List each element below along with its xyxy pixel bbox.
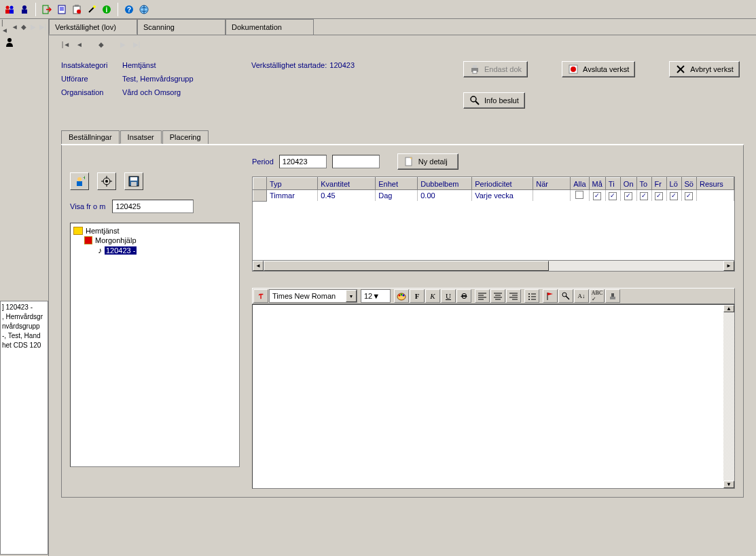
- checkbox-on[interactable]: ✓: [624, 192, 632, 200]
- chevron-down-icon[interactable]: ▼: [372, 292, 380, 300]
- checkbox-to[interactable]: ✓: [640, 192, 648, 200]
- record-first-icon[interactable]: |◄: [61, 39, 71, 49]
- avbryt-verkst-button[interactable]: Avbryt verkst: [669, 61, 739, 77]
- world-icon[interactable]: [137, 3, 151, 16]
- checkbox-ti[interactable]: ✓: [609, 192, 617, 200]
- tree-root[interactable]: Hemtjänst: [86, 227, 120, 235]
- tree-child[interactable]: Morgonhjälp: [95, 236, 137, 244]
- align-left-icon[interactable]: [475, 289, 490, 303]
- list-item[interactable]: nvårdsgrupp: [2, 322, 46, 331]
- wand-icon[interactable]: [85, 3, 98, 16]
- col-periodicitet[interactable]: Periodicitet: [472, 178, 533, 190]
- col-nar[interactable]: När: [533, 178, 571, 190]
- align-right-icon[interactable]: [506, 289, 521, 303]
- cell-typ[interactable]: Timmar: [267, 190, 318, 202]
- grid-corner[interactable]: [253, 178, 267, 190]
- col-ti[interactable]: Ti: [605, 178, 620, 190]
- record-prev-icon[interactable]: ◄: [75, 39, 84, 49]
- chevron-down-icon[interactable]: ▼: [346, 290, 357, 302]
- col-dubbelbem[interactable]: Dubbelbem: [418, 178, 472, 190]
- col-lo[interactable]: Lö: [666, 178, 681, 190]
- tab-dokumentation[interactable]: Dokumentation: [226, 19, 314, 35]
- clipboard-icon[interactable]: [70, 3, 84, 16]
- editor-vscrollbar[interactable]: ▲ ▼: [723, 305, 734, 488]
- nav-next-icon[interactable]: ▶: [29, 22, 37, 31]
- save-button[interactable]: [124, 172, 143, 190]
- font-type-icon[interactable]: Ƭ: [253, 289, 268, 303]
- scroll-up-icon[interactable]: ▲: [723, 305, 734, 312]
- user-silhouette-icon[interactable]: [3, 35, 16, 49]
- list-item[interactable]: , Hemvårdsgr: [2, 312, 46, 322]
- checkbox-so[interactable]: ✓: [685, 192, 693, 200]
- bullet-list-icon[interactable]: [524, 289, 539, 303]
- align-center-icon[interactable]: [490, 289, 505, 303]
- col-to[interactable]: To: [636, 178, 651, 190]
- help-icon[interactable]: ?: [122, 3, 136, 16]
- record-diamond-icon[interactable]: ◆: [96, 39, 106, 49]
- tree-view[interactable]: Hemtjänst Morgonhjälp ♪ 120423 -: [70, 223, 240, 467]
- bold-button[interactable]: F: [410, 289, 425, 303]
- tab-scanning[interactable]: Scanning: [137, 19, 226, 35]
- col-resurs[interactable]: Resurs: [697, 178, 734, 190]
- stamp-icon[interactable]: [605, 289, 620, 303]
- italic-button[interactable]: K: [425, 289, 440, 303]
- phrase-icon[interactable]: A↓: [574, 289, 589, 303]
- tab-insatser[interactable]: Insatser: [120, 130, 162, 144]
- scroll-right-icon[interactable]: ►: [723, 261, 734, 271]
- grid-row[interactable]: Timmar 0.45 Dag 0.00 Varje vecka ✓ ✓: [253, 190, 734, 202]
- cell-nar[interactable]: [533, 190, 571, 202]
- checkbox-ma[interactable]: ✓: [593, 192, 601, 200]
- scroll-down-icon[interactable]: ▼: [723, 481, 734, 488]
- tab-verkstallighet[interactable]: Verkställighet (lov): [49, 19, 137, 35]
- scroll-left-icon[interactable]: ◄: [253, 261, 264, 271]
- scroll-thumb[interactable]: [264, 261, 549, 271]
- font-select[interactable]: Times New Roman ▼: [269, 289, 357, 303]
- page-icon[interactable]: [55, 3, 69, 16]
- flag-icon[interactable]: [543, 289, 558, 303]
- nav-first-icon[interactable]: |◄: [1, 22, 10, 31]
- nav-last-icon[interactable]: ▶|: [39, 22, 47, 31]
- text-editor[interactable]: ▲ ▼: [252, 304, 735, 489]
- period-to-input[interactable]: [332, 155, 380, 168]
- info-beslut-button[interactable]: Info beslut: [463, 92, 525, 109]
- cell-dubbelbem[interactable]: 0.00: [418, 190, 472, 202]
- list-item[interactable]: ] 120423 -: [2, 303, 46, 312]
- find-icon[interactable]: [558, 289, 573, 303]
- col-on[interactable]: On: [620, 178, 636, 190]
- settings-button[interactable]: [97, 172, 116, 190]
- font-size-select[interactable]: 12 ▼: [361, 289, 391, 303]
- col-so[interactable]: Sö: [681, 178, 696, 190]
- ny-detalj-button[interactable]: Ny detalj: [397, 153, 458, 170]
- checkbox-alla[interactable]: [575, 191, 583, 199]
- tab-placering[interactable]: Placering: [162, 130, 209, 144]
- strikethrough-button[interactable]: Ө: [456, 289, 471, 303]
- checkbox-lo[interactable]: ✓: [670, 192, 678, 200]
- col-alla[interactable]: Alla: [571, 178, 589, 190]
- add-person-button[interactable]: +: [70, 172, 89, 190]
- col-enhet[interactable]: Enhet: [376, 178, 418, 190]
- left-list[interactable]: ] 120423 - , Hemvårdsgr nvårdsgrupp -, T…: [0, 301, 48, 555]
- avsluta-verkst-button[interactable]: Avsluta verkst: [562, 61, 635, 77]
- col-fr[interactable]: Fr: [651, 178, 666, 190]
- record-next-icon[interactable]: ▶: [118, 39, 128, 49]
- cell-enhet[interactable]: Dag: [376, 190, 418, 202]
- cell-resurs[interactable]: [697, 190, 734, 202]
- exit-icon[interactable]: [40, 3, 54, 16]
- people-icon[interactable]: [3, 3, 16, 16]
- list-item[interactable]: het CDS 120: [2, 341, 46, 350]
- period-from-input[interactable]: [279, 155, 327, 168]
- person-icon[interactable]: [18, 3, 31, 16]
- cell-periodicitet[interactable]: Varje vecka: [472, 190, 533, 202]
- col-kvantitet[interactable]: Kvantitet: [318, 178, 376, 190]
- detail-grid[interactable]: Typ Kvantitet Enhet Dubbelbem Periodicit…: [252, 177, 735, 272]
- underline-button[interactable]: U: [441, 289, 456, 303]
- endast-dok-button[interactable]: Endast dok: [463, 61, 528, 77]
- col-typ[interactable]: Typ: [267, 178, 318, 190]
- info-icon[interactable]: i: [100, 3, 113, 16]
- checkbox-fr[interactable]: ✓: [655, 192, 663, 200]
- row-header[interactable]: [253, 190, 267, 202]
- grid-hscrollbar[interactable]: ◄ ►: [253, 260, 734, 271]
- tree-leaf-selected[interactable]: 120423 -: [105, 246, 137, 255]
- col-ma[interactable]: Må: [589, 178, 605, 190]
- tab-bestallningar[interactable]: Beställningar: [61, 130, 120, 144]
